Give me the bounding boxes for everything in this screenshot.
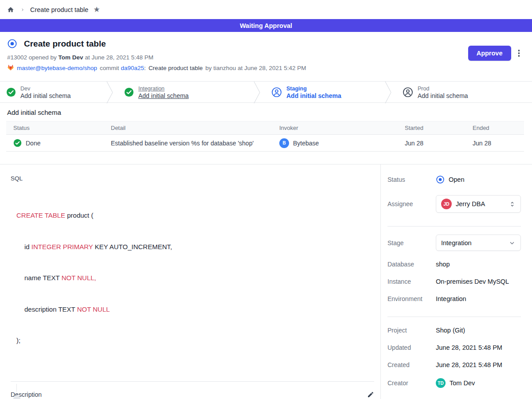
task-table-header: Status Detail Invoker Started Ended bbox=[6, 121, 524, 135]
assignee-row: Assignee JD Jerry DBA bbox=[387, 195, 521, 213]
environment-value[interactable]: Integration bbox=[436, 295, 521, 302]
task-status: Done bbox=[26, 140, 40, 147]
issue-title: Create product table bbox=[24, 39, 106, 49]
sidebar-divider bbox=[387, 317, 521, 317]
person-circle-icon bbox=[403, 87, 413, 98]
home-icon[interactable] bbox=[7, 6, 14, 13]
edit-description-icon[interactable] bbox=[367, 391, 374, 398]
approval-banner-text: Waiting Approval bbox=[240, 22, 292, 29]
assignee-avatar: JD bbox=[441, 199, 452, 209]
status-row: Status Open bbox=[387, 175, 521, 184]
stage-task-label: Add initial schema bbox=[20, 92, 71, 99]
assignee-select[interactable]: JD Jerry DBA bbox=[436, 195, 521, 213]
chevron-down-icon bbox=[509, 239, 516, 246]
sidebar-divider bbox=[387, 226, 521, 227]
check-circle-icon bbox=[124, 87, 134, 97]
created-value: June 28, 2021 5:48 PM bbox=[436, 361, 521, 368]
commit-hash-link[interactable]: da90a25 bbox=[121, 65, 145, 71]
more-actions-menu[interactable] bbox=[516, 48, 522, 59]
stage-prod[interactable]: Prod Add initial schema bbox=[392, 82, 532, 102]
star-icon[interactable]: ★ bbox=[93, 6, 100, 13]
sql-label: SQL bbox=[11, 175, 374, 182]
vcs-commit-line: master@bytebase-demo/shop commit da90a25… bbox=[7, 64, 521, 71]
stage-dev[interactable]: Dev Add initial schema bbox=[0, 82, 106, 102]
status-label: Status bbox=[387, 176, 436, 183]
project-label: Project bbox=[387, 327, 436, 334]
creator-row: Creator TD Tom Dev bbox=[387, 378, 521, 388]
issue-header: Create product table #13002 opened by To… bbox=[0, 32, 532, 81]
col-invoker: Invoker bbox=[279, 125, 405, 131]
created-row: Created June 28, 2021 5:48 PM bbox=[387, 361, 521, 368]
assignee-label: Assignee bbox=[387, 200, 436, 207]
stage-value: Integration bbox=[441, 239, 505, 246]
stage-row: Stage Integration bbox=[387, 235, 521, 251]
commit-title: Create product table bbox=[149, 65, 203, 71]
stage-label: Stage bbox=[387, 239, 436, 246]
environment-label: Environment bbox=[387, 295, 436, 302]
creator-avatar: TD bbox=[436, 378, 446, 388]
database-row: Database shop bbox=[387, 261, 521, 268]
status-value: Open bbox=[449, 176, 464, 183]
stage-env-label: Staging bbox=[286, 85, 341, 92]
stage-task-label: Add initial schema bbox=[286, 92, 341, 99]
task-ended: Jun 28 bbox=[473, 140, 524, 147]
issue-main-panel: SQL CREATE TABLE product ( id INTEGER PR… bbox=[0, 164, 380, 399]
col-detail: Detail bbox=[111, 125, 279, 131]
instance-row: Instance On-premises Dev MySQL bbox=[387, 278, 521, 285]
assignee-value: Jerry DBA bbox=[456, 200, 505, 207]
creator-label: Creator bbox=[387, 379, 436, 387]
stage-task-label: Add initial schema bbox=[418, 92, 468, 99]
col-started: Started bbox=[405, 125, 473, 131]
database-value[interactable]: shop bbox=[436, 261, 521, 268]
stage-env-label: Integration bbox=[138, 85, 189, 92]
stage-separator bbox=[254, 82, 261, 103]
task-section-heading: Add initial schema bbox=[7, 109, 524, 116]
breadcrumb-page[interactable]: Create product table bbox=[30, 6, 88, 13]
updated-label: Updated bbox=[387, 344, 436, 351]
section-divider bbox=[11, 381, 374, 382]
stage-separator bbox=[385, 82, 392, 103]
stage-integration[interactable]: Integration Add initial schema bbox=[113, 82, 254, 102]
sql-code-block: CREATE TABLE product ( id INTEGER PRIMAR… bbox=[16, 189, 374, 367]
approval-banner: Waiting Approval bbox=[0, 19, 532, 32]
chevron-right-icon bbox=[20, 7, 25, 12]
project-value[interactable]: Shop (Git) bbox=[436, 327, 521, 334]
task-table: Status Detail Invoker Started Ended Done… bbox=[6, 121, 524, 152]
created-label: Created bbox=[387, 361, 436, 368]
col-status: Status bbox=[6, 125, 111, 131]
approve-button[interactable]: Approve bbox=[468, 46, 511, 61]
issue-meta-line: #13002 opened by Tom Dev at June 28, 202… bbox=[7, 54, 521, 61]
task-invoker: Bytebase bbox=[293, 140, 319, 147]
invoker-avatar: B bbox=[279, 138, 289, 148]
task-section: Add initial schema Status Detail Invoker… bbox=[0, 103, 532, 164]
project-row: Project Shop (Git) bbox=[387, 327, 521, 334]
stage-task-label: Add initial schema bbox=[138, 92, 189, 99]
check-circle-icon bbox=[6, 87, 16, 97]
commit-byline: by tianzhou at June 28, 2021 5:42 PM bbox=[205, 65, 306, 71]
done-check-icon bbox=[13, 139, 22, 147]
open-status-icon bbox=[436, 175, 445, 184]
issue-open-icon bbox=[7, 39, 17, 49]
environment-row: Environment Integration bbox=[387, 295, 521, 302]
stage-env-label: Prod bbox=[418, 85, 468, 92]
instance-value[interactable]: On-premises Dev MySQL bbox=[436, 278, 521, 285]
task-detail: Established baseline version %s for data… bbox=[111, 140, 279, 147]
updated-value: June 28, 2021 5:48 PM bbox=[436, 344, 521, 351]
gitlab-icon bbox=[7, 64, 14, 71]
stage-staging[interactable]: Staging Add initial schema bbox=[261, 82, 385, 102]
col-ended: Ended bbox=[473, 125, 524, 131]
issue-sidebar: Status Open Assignee JD Jerry DBA Stage bbox=[380, 164, 532, 399]
vcs-branch-link[interactable]: master@bytebase-demo/shop bbox=[17, 65, 97, 71]
pipeline: Dev Add initial schema Integration Add i… bbox=[0, 81, 532, 103]
database-label: Database bbox=[387, 261, 436, 268]
timeline-connector bbox=[16, 384, 17, 392]
updown-chevron-icon bbox=[509, 200, 516, 208]
stage-select[interactable]: Integration bbox=[436, 235, 521, 251]
updated-row: Updated June 28, 2021 5:48 PM bbox=[387, 344, 521, 351]
task-started: Jun 28 bbox=[405, 140, 473, 147]
table-row[interactable]: Done Established baseline version %s for… bbox=[6, 135, 524, 152]
stage-env-label: Dev bbox=[20, 85, 71, 92]
stage-separator bbox=[106, 82, 113, 103]
breadcrumb-bar: Create product table ★ bbox=[0, 0, 532, 19]
person-circle-icon bbox=[271, 87, 282, 98]
